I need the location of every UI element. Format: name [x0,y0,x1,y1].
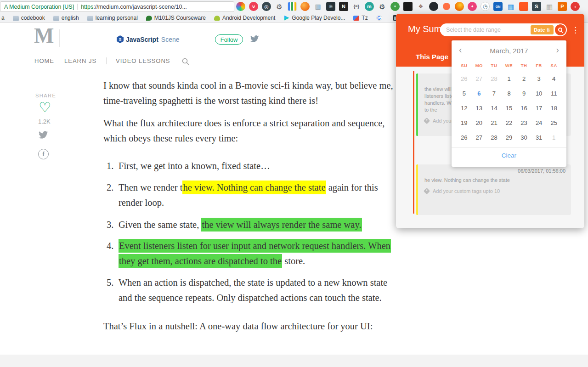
bookmark-label: a [1,15,5,21]
calendar-day[interactable]: 26 [457,72,472,86]
calendar-day[interactable]: 6 [472,86,487,101]
clear-button[interactable]: Clear [452,147,566,163]
calendar-day[interactable]: 19 [457,116,472,130]
heart-icon[interactable]: ♡ [39,101,51,114]
extension-icon[interactable] [403,2,413,11]
calendar-day[interactable]: 7 [486,86,502,101]
menu-dots-icon[interactable]: ⋮ [571,25,579,34]
nav-learn-js[interactable]: LEARN JS [64,57,96,64]
calendar-day[interactable]: 27 [472,130,487,145]
calendar-day[interactable]: 28 [486,72,502,86]
extension-icon[interactable]: ◉ [326,2,335,11]
bookmark-item[interactable]: a [1,15,5,21]
search-button[interactable] [555,24,566,35]
bookmark-item[interactable]: english [53,15,79,21]
extension-icon[interactable]: v [249,2,258,11]
calendar-day[interactable]: 8 [502,86,517,101]
list-number: 5. [107,275,113,290]
follow-button[interactable]: Follow [215,34,243,45]
search-icon[interactable] [181,57,190,66]
calendar-day[interactable]: 17 [531,101,547,116]
bookmark-icon [283,16,289,21]
nav-home[interactable]: HOME [34,57,54,64]
bookmark-item[interactable]: Tz [353,15,368,21]
bookmark-item[interactable]: Google Play Develo... [283,15,345,21]
extension-icon[interactable] [300,2,310,11]
extension-icon[interactable]: P [558,2,567,11]
extension-icon[interactable]: ◎ [262,2,271,11]
extension-icon[interactable]: ⚙ [275,2,284,11]
extension-icon[interactable] [443,3,450,10]
calendar-day[interactable]: 2 [516,72,531,86]
extension-icon[interactable]: ✦ [468,2,477,11]
medium-logo[interactable]: M [34,25,54,47]
calendar-day[interactable]: 5 [457,86,472,101]
calendar-day[interactable]: 1 [502,72,517,86]
bookmark-item[interactable]: Android Development [214,15,275,21]
extension-icon[interactable]: ● [571,2,580,11]
bookmark-item[interactable]: G [376,15,384,21]
calendar-day[interactable]: 3 [531,72,547,86]
extension-icon[interactable]: ▥ [313,2,322,11]
extension-icon[interactable]: S [532,2,541,11]
bookmark-item[interactable]: M101JS Courseware [146,15,206,21]
calendar-day[interactable]: 31 [531,130,547,145]
calendar-day[interactable]: 23 [516,116,531,130]
highlight-card-yellow[interactable]: 06/03/2017, 01:56:00 he view. Nothing ca… [416,164,571,215]
calendar-day[interactable]: 21 [486,116,502,130]
twitter-icon[interactable] [250,35,259,43]
date-sort-button[interactable]: Date⇅ [531,25,554,34]
publication-link[interactable]: S JavaScript Scene [117,35,180,43]
share-label: SHARE [35,93,56,98]
calendar-day[interactable]: 11 [546,86,561,101]
extension-icon[interactable] [519,2,528,11]
extension-icon[interactable]: ⚙ [378,2,387,11]
facebook-share-icon[interactable]: f [38,149,49,159]
list-item: 2. Then we render the view. Nothing can … [103,180,378,210]
calendar-day[interactable]: 28 [486,130,502,145]
extension-icon[interactable]: {=} [352,2,361,11]
calendar-day[interactable]: 27 [472,72,487,86]
calendar-day[interactable]: 25 [546,116,561,130]
calendar-day[interactable]: 4 [546,72,561,86]
extension-icon[interactable] [236,2,245,11]
bookmark-item[interactable]: learning personal [87,15,138,21]
tab-this-page[interactable]: This Page [416,53,448,61]
extension-icon[interactable]: ▦ [506,2,515,11]
twitter-share-icon[interactable] [38,131,48,140]
bookmark-item[interactable]: codebook [13,15,45,21]
calendar-day[interactable]: 20 [472,116,487,130]
calendar-day[interactable]: 24 [531,116,547,130]
calendar-day[interactable]: 16 [516,101,531,116]
calendar-day[interactable]: 15 [502,101,517,116]
extension-icon[interactable]: ON [493,2,503,11]
bookmark-label: Google Play Develo... [292,15,345,21]
extension-icon[interactable] [429,2,438,11]
tags-row[interactable]: Add your custom tags upto 10 [424,188,565,194]
extension-icon[interactable]: ❖ [416,2,425,11]
extension-icon[interactable]: ◷ [481,2,490,11]
publication-name-light: Scene [161,36,180,43]
date-range-input[interactable] [446,27,531,33]
calendar-day[interactable]: 13 [472,101,487,116]
calendar-day[interactable]: 1 [546,130,561,145]
calendar-day[interactable]: 22 [502,116,517,130]
calendar-day[interactable]: 10 [531,86,547,101]
url-bar[interactable]: A Medium Corporation [US] https://medium… [0,1,234,12]
list-number: 1. [107,158,113,174]
calendar-day[interactable]: 29 [502,130,517,145]
calendar-day[interactable]: 18 [546,101,561,116]
calendar-day[interactable]: 26 [457,130,472,145]
calendar-day[interactable]: 14 [486,101,502,116]
nav-video-lessons[interactable]: VIDEO LESSONS [116,57,170,64]
calendar-day[interactable]: 30 [516,130,531,145]
extension-icon[interactable] [455,2,464,11]
extension-icon[interactable] [288,2,297,11]
calendar-day[interactable]: 12 [457,101,472,116]
calendar-day[interactable]: 9 [516,86,531,101]
extension-icon[interactable]: ● [390,2,400,11]
chevron-right-icon[interactable]: › [553,45,562,55]
extension-icon[interactable]: ▦ [545,2,554,11]
extension-icon[interactable]: m [365,2,374,11]
extension-icon[interactable]: N [339,2,348,11]
